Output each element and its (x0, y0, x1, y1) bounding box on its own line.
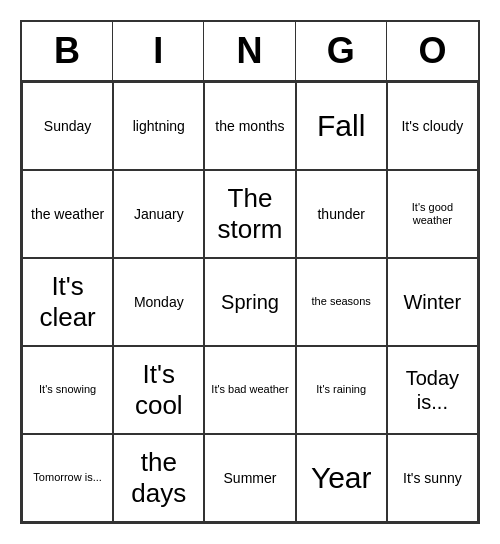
bingo-cell-18: It's raining (296, 346, 387, 434)
bingo-cell-19: Today is... (387, 346, 478, 434)
bingo-cell-22: Summer (204, 434, 295, 522)
bingo-cell-15: It's snowing (22, 346, 113, 434)
bingo-cell-6: January (113, 170, 204, 258)
bingo-cell-0: Sunday (22, 82, 113, 170)
bingo-cell-14: Winter (387, 258, 478, 346)
bingo-cell-7: The storm (204, 170, 295, 258)
bingo-cell-12: Spring (204, 258, 295, 346)
bingo-cell-2: the months (204, 82, 295, 170)
header-letter-B: B (22, 22, 113, 80)
bingo-cell-11: Monday (113, 258, 204, 346)
bingo-cell-8: thunder (296, 170, 387, 258)
bingo-cell-9: It's good weather (387, 170, 478, 258)
bingo-cell-23: Year (296, 434, 387, 522)
header-letter-I: I (113, 22, 204, 80)
bingo-cell-16: It's cool (113, 346, 204, 434)
bingo-card: BINGO Sundaylightningthe monthsFallIt's … (20, 20, 480, 524)
header-letter-O: O (387, 22, 478, 80)
bingo-cell-20: Tomorrow is... (22, 434, 113, 522)
bingo-cell-13: the seasons (296, 258, 387, 346)
bingo-cell-17: It's bad weather (204, 346, 295, 434)
header-letter-N: N (204, 22, 295, 80)
bingo-cell-21: the days (113, 434, 204, 522)
bingo-cell-5: the weather (22, 170, 113, 258)
header-letter-G: G (296, 22, 387, 80)
bingo-header: BINGO (22, 22, 478, 82)
bingo-cell-3: Fall (296, 82, 387, 170)
bingo-cell-24: It's sunny (387, 434, 478, 522)
bingo-cell-4: It's cloudy (387, 82, 478, 170)
bingo-grid: Sundaylightningthe monthsFallIt's cloudy… (22, 82, 478, 522)
bingo-cell-10: It's clear (22, 258, 113, 346)
bingo-cell-1: lightning (113, 82, 204, 170)
